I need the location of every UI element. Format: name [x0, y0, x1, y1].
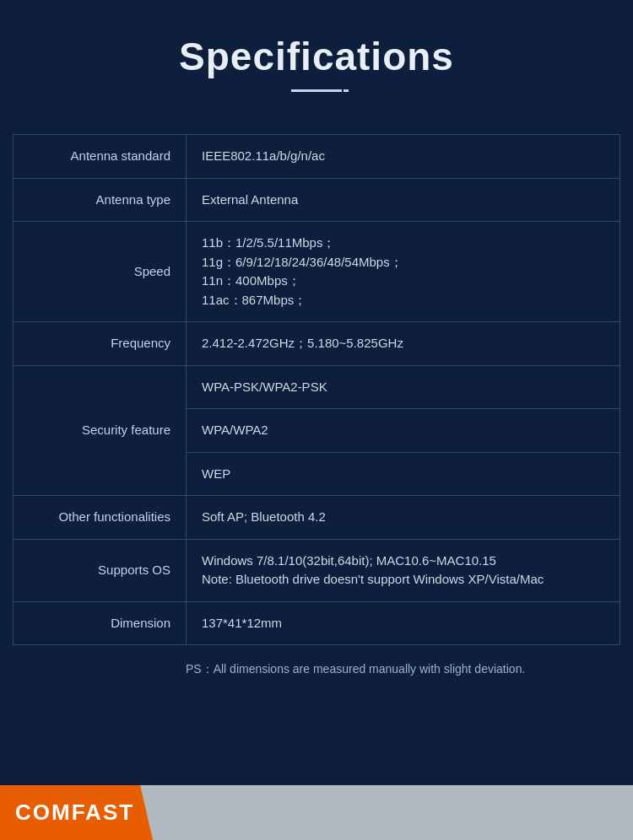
table-row: Dimension 137*41*12mm — [14, 601, 620, 645]
table-row-security-1: Security feature WPA-PSK/WPA2-PSK — [14, 365, 620, 409]
value-security-2: WPA/WPA2 — [187, 409, 620, 453]
table-row: Speed 11b：1/2/5.5/11Mbps； 11g：6/9/12/18/… — [14, 222, 620, 322]
value-supports-os: Windows 7/8.1/10(32bit,64bit); MAC10.6~M… — [187, 539, 620, 601]
divider-line — [291, 89, 342, 92]
value-antenna-standard: IEEE802.11a/b/g/n/ac — [187, 135, 620, 179]
page-wrapper: Specifications Antenna standard IEEE802.… — [0, 0, 633, 840]
brand-name: COMFAST — [15, 800, 134, 826]
label-antenna-type: Antenna type — [14, 178, 187, 222]
value-other: Soft AP; Bluetooth 4.2 — [187, 496, 620, 540]
value-security-3: WEP — [187, 452, 620, 496]
table-row: Supports OS Windows 7/8.1/10(32bit,64bit… — [14, 539, 620, 601]
label-security: Security feature — [14, 365, 187, 496]
label-other: Other functionalities — [14, 496, 187, 540]
header-divider — [17, 89, 616, 92]
value-security-1: WPA-PSK/WPA2-PSK — [187, 365, 620, 409]
value-dimension: 137*41*12mm — [187, 601, 620, 645]
table-row: Frequency 2.412-2.472GHz；5.180~5.825GHz — [14, 322, 620, 366]
value-antenna-type: External Antenna — [187, 178, 620, 222]
footer: COMFAST — [0, 785, 633, 840]
label-dimension: Dimension — [14, 601, 187, 645]
ps-note: PS：All dimensions are measured manually … — [13, 662, 620, 677]
label-speed: Speed — [14, 222, 187, 322]
value-frequency: 2.412-2.472GHz；5.180~5.825GHz — [187, 322, 620, 366]
header: Specifications — [0, 0, 633, 126]
label-antenna-standard: Antenna standard — [14, 135, 187, 179]
table-row: Antenna type External Antenna — [14, 178, 620, 222]
label-supports-os: Supports OS — [14, 539, 187, 601]
table-row: Other functionalities Soft AP; Bluetooth… — [14, 496, 620, 540]
table-row: Antenna standard IEEE802.11a/b/g/n/ac — [14, 135, 620, 179]
specs-table: Antenna standard IEEE802.11a/b/g/n/ac An… — [13, 134, 620, 645]
label-frequency: Frequency — [14, 322, 187, 366]
value-speed: 11b：1/2/5.5/11Mbps； 11g：6/9/12/18/24/36/… — [187, 222, 620, 322]
page-title: Specifications — [17, 34, 616, 79]
brand-badge: COMFAST — [0, 785, 153, 840]
